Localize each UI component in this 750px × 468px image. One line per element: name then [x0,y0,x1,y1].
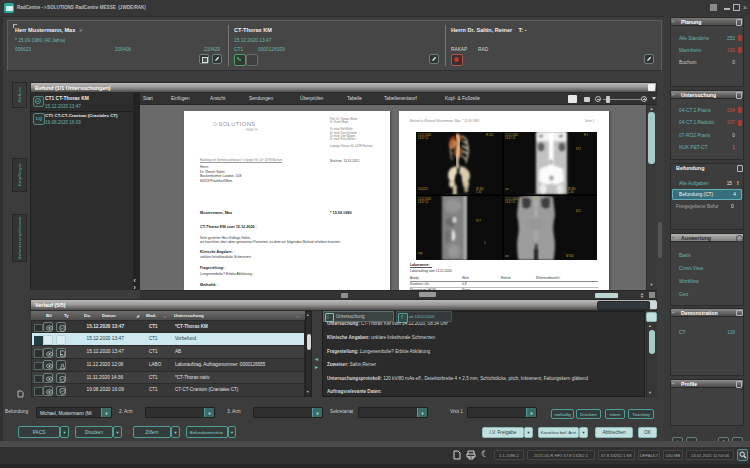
svg-text:sag: sag [418,252,423,255]
svg-text:13:47:12: 13:47:12 [418,136,429,140]
svg-text:W 350: W 350 [566,254,574,258]
svg-text:15.12.2020: 15.12.2020 [418,197,432,201]
svg-text:cor: cor [505,254,509,258]
svg-text:C: C [484,241,486,245]
svg-text:W 350: W 350 [568,187,576,191]
svg-text:15.12.2020: 15.12.2020 [505,197,519,201]
svg-text:13:47:12: 13:47:12 [505,200,516,204]
svg-text:cor: cor [505,187,509,191]
svg-text:13:47:12: 13:47:12 [505,136,516,140]
svg-text:W 350: W 350 [476,187,484,191]
svg-text:C 40: C 40 [476,190,482,194]
svg-text:R 120: R 120 [486,133,493,137]
svg-text:A: A [536,196,538,200]
svg-text:13:47:12: 13:47:12 [418,200,429,204]
svg-text:97.7: 97.7 [476,219,482,223]
svg-text:15.12.2020: 15.12.2020 [505,133,519,137]
svg-text:R 2: R 2 [584,133,589,137]
svg-text:512x512: 512x512 [418,187,429,191]
svg-text:82.2: 82.2 [576,209,582,213]
svg-text:15.12.2020: 15.12.2020 [418,133,432,137]
svg-text:C 40: C 40 [568,190,574,194]
svg-text:97.2: 97.2 [576,147,582,151]
